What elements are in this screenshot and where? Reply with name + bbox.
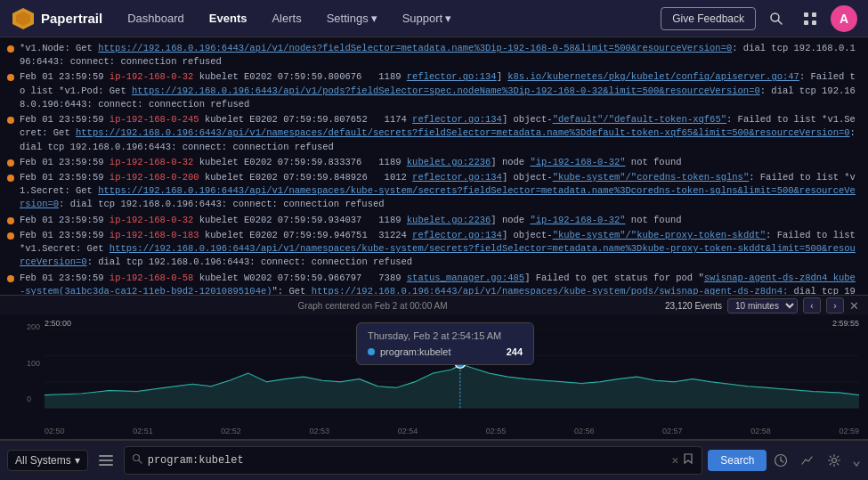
nav-dashboard[interactable]: Dashboard xyxy=(118,8,193,28)
top-nav: Papertrail Dashboard Events Alerts Setti… xyxy=(0,0,868,37)
log-dot xyxy=(7,275,14,282)
x-label-6: 02:56 xyxy=(574,427,595,435)
chart-time-left: 2:50:00 xyxy=(45,319,71,328)
log-dot xyxy=(7,217,14,224)
svg-rect-7 xyxy=(812,20,816,25)
y-label-100: 100 xyxy=(27,359,40,368)
svg-line-18 xyxy=(139,460,142,463)
settings-icon-button[interactable] xyxy=(822,448,847,473)
search-button[interactable] xyxy=(763,5,790,32)
svg-rect-5 xyxy=(812,12,816,17)
x-label-9: 02:59 xyxy=(839,427,859,435)
feedback-button[interactable]: Give Feedback xyxy=(661,7,756,30)
chevron-down-icon: ▾ xyxy=(75,454,80,467)
bottom-right-icons: Search ⌄ xyxy=(708,448,861,473)
log-line: Feb 01 23:59:59 ip-192-168-0-245 kubelet… xyxy=(0,112,868,155)
chart-time-right: 2:59:55 xyxy=(832,319,859,328)
chart-y-labels: 200 100 0 xyxy=(27,322,40,403)
svg-rect-4 xyxy=(804,12,808,17)
nav-support[interactable]: Support ▾ xyxy=(393,8,461,28)
clock-icon-button[interactable] xyxy=(768,448,793,473)
chart-header: Graph centered on Feb 2 at 00:00 AM 23,1… xyxy=(0,296,868,315)
svg-rect-15 xyxy=(99,460,113,461)
y-label-0: 0 xyxy=(27,395,40,403)
svg-point-13 xyxy=(456,361,465,368)
x-label-4: 02:54 xyxy=(398,427,418,435)
log-text: Feb 01 23:59:59 ip-192-168-0-32 kubelet … xyxy=(20,214,682,227)
expand-button[interactable]: ⌄ xyxy=(852,452,861,469)
bookmark-icon xyxy=(682,452,694,465)
nav-alerts[interactable]: Alerts xyxy=(263,8,310,28)
log-dot xyxy=(7,232,14,240)
logo-icon xyxy=(11,6,36,31)
magnifier-icon xyxy=(132,453,142,464)
logo-text: Papertrail xyxy=(41,11,102,26)
svg-rect-16 xyxy=(99,464,113,466)
svg-line-21 xyxy=(781,460,783,462)
chart-x-labels: 02:50 02:51 02:52 02:53 02:54 02:55 02:5… xyxy=(45,427,859,435)
log-dot xyxy=(7,45,14,53)
system-select[interactable]: All Systems ▾ xyxy=(7,450,88,471)
x-label-1: 02:51 xyxy=(133,427,153,435)
chart-icon xyxy=(800,453,815,468)
log-text: Feb 01 23:59:59 ip-192-168-0-58 kubelet … xyxy=(20,272,861,297)
log-text: Feb 01 23:59:59 ip-192-168-0-32 kubelet … xyxy=(20,156,682,169)
x-label-8: 02:58 xyxy=(750,427,771,435)
clock-icon xyxy=(774,453,788,468)
chart-container: Graph centered on Feb 2 at 00:00 AM 23,1… xyxy=(0,296,868,440)
grid-icon xyxy=(803,12,817,26)
menu-icon-button[interactable] xyxy=(93,448,118,473)
log-line: Feb 01 23:59:59 ip-192-168-0-58 kubelet … xyxy=(0,271,868,297)
log-line: Feb 01 23:59:59 ip-192-168-0-32 kubelet … xyxy=(0,213,868,228)
chart-icon-button[interactable] xyxy=(795,448,820,473)
svg-point-17 xyxy=(133,454,139,460)
chart-center-label: Graph centered on Feb 2 at 00:00 AM xyxy=(298,301,448,311)
log-text: Feb 01 23:59:59 ip-192-168-0-183 kubelet… xyxy=(20,229,861,270)
x-label-3: 02:53 xyxy=(309,427,329,435)
chart-svg xyxy=(45,329,859,410)
log-text: *v1.Node: Get https://192.168.0.196:6443… xyxy=(20,42,861,69)
y-label-200: 200 xyxy=(27,322,40,331)
log-dot xyxy=(7,175,14,182)
avatar[interactable]: A xyxy=(831,5,857,32)
chart-close-button[interactable]: ✕ xyxy=(849,299,859,313)
nav-settings[interactable]: Settings ▾ xyxy=(318,8,386,28)
events-count: 23,120 Events xyxy=(665,301,722,311)
x-label-2: 02:52 xyxy=(221,427,241,435)
grid-button[interactable] xyxy=(797,5,823,32)
log-text: Feb 01 23:59:59 ip-192-168-0-245 kubelet… xyxy=(20,113,861,154)
search-area: ✕ xyxy=(124,446,703,475)
search-button[interactable]: Search xyxy=(708,450,767,471)
log-line: *v1.Node: Get https://192.168.0.196:6443… xyxy=(0,41,868,69)
search-input-icon xyxy=(132,453,142,468)
log-area: *v1.Node: Get https://192.168.0.196:6443… xyxy=(0,37,868,296)
x-label-7: 02:57 xyxy=(662,427,683,435)
log-text: Feb 01 23:59:59 ip-192-168-0-32 kubelet … xyxy=(20,70,861,111)
log-line: Feb 01 23:59:59 ip-192-168-0-200 kubelet… xyxy=(0,170,868,213)
nav-events[interactable]: Events xyxy=(200,8,256,28)
search-bookmark-button[interactable] xyxy=(682,452,694,468)
gear-icon xyxy=(827,453,841,468)
search-icon xyxy=(769,12,783,26)
search-clear-button[interactable]: ✕ xyxy=(672,453,679,468)
logo-area[interactable]: Papertrail xyxy=(11,6,102,31)
log-dot xyxy=(7,74,14,81)
chart-prev-button[interactable]: ‹ xyxy=(803,297,821,313)
interval-select[interactable]: 10 minutes 1 hour 6 hours xyxy=(727,298,798,313)
svg-point-22 xyxy=(832,458,837,462)
log-line: Feb 01 23:59:59 ip-192-168-0-32 kubelet … xyxy=(0,155,868,170)
svg-line-3 xyxy=(778,20,782,24)
x-label-5: 02:55 xyxy=(486,427,507,435)
chart-header-right: 23,120 Events 10 minutes 1 hour 6 hours … xyxy=(665,297,859,313)
log-dot xyxy=(7,117,14,124)
bottom-bar: All Systems ▾ ✕ Search xyxy=(0,440,868,479)
menu-icon xyxy=(99,455,113,466)
log-dot xyxy=(7,159,14,167)
svg-rect-6 xyxy=(804,20,808,25)
log-text: Feb 01 23:59:59 ip-192-168-0-200 kubelet… xyxy=(20,171,861,212)
chart-next-button[interactable]: › xyxy=(826,297,844,313)
system-select-label: All Systems xyxy=(15,454,71,467)
log-line: Feb 01 23:59:59 ip-192-168-0-183 kubelet… xyxy=(0,228,868,271)
x-label-0: 02:50 xyxy=(45,427,65,435)
search-input[interactable] xyxy=(148,454,672,467)
